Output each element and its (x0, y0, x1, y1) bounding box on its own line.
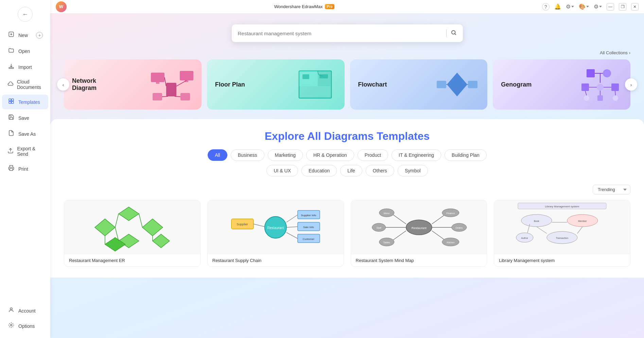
template-card-mindmap-title: Restaurant System Mind Map (351, 255, 487, 266)
svg-text:Tables: Tables (383, 241, 390, 244)
sidebar-item-templates[interactable]: Templates (2, 95, 48, 109)
svg-point-11 (11, 324, 12, 326)
sidebar-item-export[interactable]: Export & Send (2, 143, 48, 160)
sidebar-item-save[interactable]: Save (2, 111, 48, 125)
carousel-prev-button[interactable]: ‹ (57, 78, 69, 91)
template-card-library-img: Library Management system Book Member Tr… (494, 200, 630, 255)
svg-line-13 (455, 34, 456, 35)
carousel-card-genogram[interactable]: Genogram (493, 59, 630, 110)
save-icon (7, 114, 15, 122)
svg-text:Finance: Finance (446, 212, 455, 214)
filter-tabs-row2: UI & UX Education Life Others Symbol (64, 165, 630, 176)
close-button[interactable]: ✕ (631, 3, 639, 11)
sidebar-item-saveas[interactable]: Save As (2, 127, 48, 141)
filter-tab-product[interactable]: Product (358, 149, 388, 161)
sidebar-import-label: Import (18, 64, 32, 70)
tools-icon[interactable]: ⚙ (566, 3, 574, 10)
pro-badge: Pro (325, 4, 335, 9)
filter-tab-symbol[interactable]: Symbol (398, 165, 428, 176)
options-icon (7, 322, 15, 330)
carousel-next-button[interactable]: › (625, 78, 637, 91)
search-icon[interactable] (451, 30, 457, 37)
svg-line-23 (162, 96, 168, 97)
sidebar-item-print[interactable]: Print (2, 162, 48, 176)
filter-tab-education[interactable]: Education (301, 165, 337, 176)
svg-text:Menu: Menu (384, 212, 390, 214)
svg-rect-30 (319, 74, 328, 78)
template-card-supplier-title: Restaurant Supply Chain (208, 255, 344, 266)
carousel-card-floor[interactable]: Floor Plan (207, 59, 345, 110)
sidebar-open-label: Open (18, 49, 30, 54)
template-card-mindmap[interactable]: Restaurant Menu Staff (351, 200, 487, 267)
sidebar-account-label: Account (18, 308, 36, 314)
sidebar-item-import[interactable]: Import (2, 60, 48, 74)
svg-line-78 (391, 214, 406, 224)
explore-section: Explore All Diagrams Templates All Busin… (50, 119, 644, 278)
carousel-card-network[interactable]: Network Diagram (64, 59, 202, 110)
carousel-flowchart-img (435, 66, 479, 103)
svg-rect-14 (151, 73, 164, 82)
filter-tab-it[interactable]: IT & Engineering (391, 149, 441, 161)
filter-tab-business[interactable]: Business (231, 149, 264, 161)
filter-tab-life[interactable]: Life (340, 165, 362, 176)
svg-point-37 (603, 69, 611, 77)
svg-line-56 (115, 214, 119, 227)
svg-rect-40 (581, 83, 589, 91)
template-card-library[interactable]: Library Management system Book Member Tr… (494, 200, 630, 267)
maximize-button[interactable]: ❐ (619, 3, 626, 11)
filter-tab-building[interactable]: Building Plan (445, 149, 487, 161)
carousel: Network Diagram (64, 59, 630, 110)
sort-dropdown[interactable]: Trending Newest Most Used (593, 185, 630, 194)
carousel-card-flowchart[interactable]: Flowchart (350, 59, 488, 110)
app-title: Wondershare EdrawMax (274, 4, 323, 9)
svg-text:Author: Author (521, 237, 528, 239)
settings-icon[interactable]: ⚙ (594, 3, 602, 10)
titlebar-left: W (56, 1, 67, 12)
notification-icon[interactable]: 🔔 (554, 3, 561, 10)
all-collections-link[interactable]: All Collections › (600, 50, 630, 55)
search-input[interactable]: Restaurant management system (238, 31, 442, 36)
titlebar-right: ? 🔔 ⚙ 🎨 ⚙ — ❐ ✕ (542, 3, 639, 11)
template-card-er[interactable]: Restaurant Management ER (64, 200, 201, 267)
sidebar-item-account[interactable]: Account (2, 303, 48, 318)
svg-rect-9 (10, 169, 13, 171)
svg-rect-4 (9, 99, 11, 101)
avatar[interactable]: W (56, 1, 67, 12)
carousel-floor-title: Floor Plan (215, 81, 245, 88)
svg-marker-52 (119, 207, 139, 221)
titlebar-center: Wondershare EdrawMax Pro (274, 4, 335, 9)
filter-tab-hr[interactable]: HR & Operation (306, 149, 354, 161)
filter-tab-marketing[interactable]: Marketing (268, 149, 303, 161)
explore-title: Explore All Diagrams Templates (64, 119, 630, 149)
sidebar-item-options[interactable]: Options (2, 319, 48, 333)
sidebar-item-new[interactable]: New ＋ (2, 28, 48, 42)
filter-tab-ui[interactable]: UI & UX (266, 165, 298, 176)
sidebar-item-cloud[interactable]: Cloud Documents (2, 76, 48, 93)
svg-rect-29 (302, 74, 309, 79)
svg-text:Supplier: Supplier (237, 223, 248, 226)
svg-point-47 (613, 95, 618, 101)
minimize-button[interactable]: — (607, 3, 614, 11)
svg-marker-53 (142, 219, 163, 236)
back-button[interactable]: ← (18, 7, 33, 22)
svg-point-10 (10, 308, 12, 310)
svg-rect-28 (299, 86, 331, 98)
themes-icon[interactable]: 🎨 (579, 3, 589, 10)
template-card-library-title: Library Management system (494, 255, 630, 266)
filter-tab-all[interactable]: All (208, 149, 227, 161)
help-icon[interactable]: ? (542, 3, 550, 11)
filter-tabs: All Business Marketing HR & Operation Pr… (64, 149, 630, 161)
new-plus-button[interactable]: ＋ (36, 32, 43, 39)
search-box: Restaurant management system (232, 24, 463, 42)
svg-text:Customer: Customer (302, 238, 314, 241)
carousel-network-img (149, 66, 193, 103)
svg-rect-33 (468, 81, 477, 88)
filter-tab-others[interactable]: Others (366, 165, 394, 176)
import-icon (7, 63, 15, 71)
sidebar-saveas-label: Save As (18, 131, 36, 137)
template-card-supplier[interactable]: Supplier Restaurant Supplier Info Sale I… (207, 200, 344, 267)
svg-text:Restaurant: Restaurant (267, 226, 284, 230)
sidebar-item-open[interactable]: Open (2, 44, 48, 58)
svg-text:Member: Member (578, 220, 587, 222)
svg-rect-6 (9, 101, 11, 104)
